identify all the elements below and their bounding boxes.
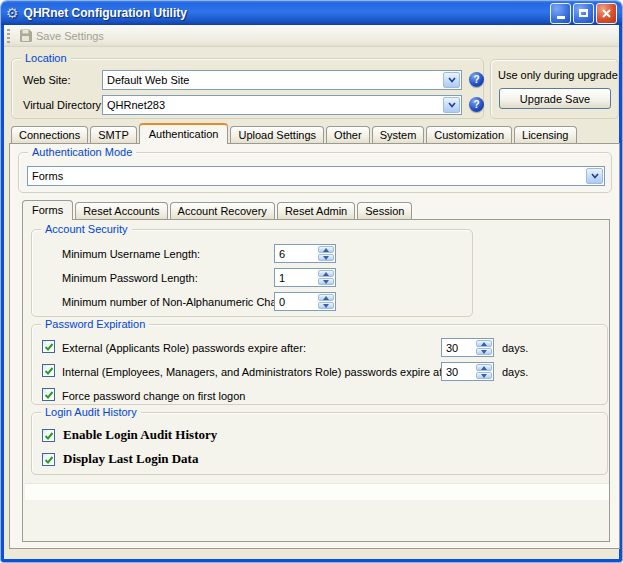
gear-icon: ⚙ (6, 6, 19, 20)
spinner-up-icon[interactable] (318, 270, 334, 277)
tab-connections[interactable]: Connections (11, 126, 88, 144)
internal-expire-suffix: days. (502, 366, 528, 378)
authentication-tab-page: Authentication Mode Forms Forms Reset Ac… (9, 143, 620, 549)
login-audit-history-group: Login Audit History Enable Login Audit H… (31, 412, 608, 475)
tab-other[interactable]: Other (326, 126, 370, 144)
virtual-directory-select[interactable]: QHRnet283 (102, 95, 462, 115)
checkmark-icon (44, 342, 54, 352)
upgrade-group: Use only during upgrade Upgrade Save (490, 59, 619, 119)
display-last-login-checkbox[interactable] (42, 453, 55, 466)
authentication-mode-group: Authentication Mode Forms (18, 152, 612, 193)
help-icon[interactable]: ? (469, 72, 484, 87)
min-non-alphanumeric-stepper[interactable]: 0 (274, 292, 336, 311)
forms-tab-page: Account Security Minimum Username Length… (22, 219, 610, 542)
tab-system[interactable]: System (372, 126, 425, 144)
min-username-length-label: Minimum Username Length: (62, 248, 200, 260)
stepper-value: 30 (442, 339, 475, 356)
upgrade-note: Use only during upgrade (498, 69, 618, 81)
chevron-down-icon[interactable] (443, 72, 460, 88)
web-site-value: Default Web Site (103, 74, 442, 86)
authentication-mode-select[interactable]: Forms (27, 166, 605, 186)
minimize-button[interactable] (550, 3, 571, 24)
toolbar: Save Settings (4, 25, 619, 47)
authentication-mode-value: Forms (28, 170, 585, 182)
spinner-down-icon[interactable] (318, 254, 334, 261)
location-group-label: Location (21, 52, 71, 64)
force-password-change-label[interactable]: Force password change on first logon (62, 390, 245, 402)
password-expiration-label: Password Expiration (41, 318, 149, 330)
help-icon[interactable]: ? (469, 97, 484, 112)
window-frame: Save Settings Location Web Site: Default… (1, 25, 622, 562)
close-button[interactable] (596, 3, 617, 24)
tab-authentication[interactable]: Authentication (139, 123, 229, 144)
subtab-forms[interactable]: Forms (22, 200, 73, 220)
spinner-down-icon[interactable] (476, 348, 492, 355)
tab-upload-settings[interactable]: Upload Settings (230, 126, 324, 144)
forms-tabstrip: Forms Reset Accounts Account Recovery Re… (22, 200, 412, 220)
chevron-down-icon[interactable] (443, 97, 460, 113)
min-username-length-stepper[interactable]: 6 (274, 244, 336, 263)
virtual-directory-label: Virtual Directory: (23, 99, 104, 111)
upgrade-save-button[interactable]: Upgrade Save (499, 88, 611, 109)
internal-expire-stepper[interactable]: 30 (441, 362, 494, 381)
spinner-up-icon[interactable] (476, 340, 492, 347)
authentication-mode-label: Authentication Mode (28, 146, 136, 158)
save-settings-button[interactable]: Save Settings (15, 27, 108, 44)
spinner-down-icon[interactable] (476, 372, 492, 379)
subtab-session[interactable]: Session (357, 202, 412, 220)
account-security-label: Account Security (41, 223, 132, 235)
spinner-down-icon[interactable] (318, 302, 334, 309)
display-last-login-label[interactable]: Display Last Login Data (63, 451, 198, 467)
chevron-down-icon[interactable] (586, 168, 603, 184)
subtab-account-recovery[interactable]: Account Recovery (170, 202, 275, 220)
subtab-reset-accounts[interactable]: Reset Accounts (75, 202, 167, 220)
checkmark-icon (44, 390, 54, 400)
force-password-change-checkbox[interactable] (42, 388, 55, 401)
stepper-value: 0 (275, 293, 317, 310)
stepper-value: 6 (275, 245, 317, 262)
stepper-value: 1 (275, 269, 317, 286)
tab-customization[interactable]: Customization (426, 126, 512, 144)
internal-expire-label[interactable]: Internal (Employees, Managers, and Admin… (62, 366, 458, 378)
checkmark-icon (44, 455, 54, 465)
tab-licensing[interactable]: Licensing (514, 126, 576, 144)
tab-smtp[interactable]: SMTP (90, 126, 137, 144)
min-password-length-label: Minimum Password Length: (62, 272, 198, 284)
web-site-select[interactable]: Default Web Site (102, 70, 462, 90)
min-password-length-stepper[interactable]: 1 (274, 268, 336, 287)
external-expire-checkbox[interactable] (42, 340, 55, 353)
empty-panel (25, 483, 609, 500)
close-icon (601, 8, 612, 19)
app-window: ⚙ QHRnet Configuration Utility Save Sett… (1, 1, 622, 562)
enable-login-audit-label[interactable]: Enable Login Audit History (63, 427, 217, 443)
spinner-up-icon[interactable] (476, 364, 492, 371)
virtual-directory-value: QHRnet283 (103, 99, 442, 111)
spinner-down-icon[interactable] (318, 278, 334, 285)
location-group: Location Web Site: Default Web Site ? Vi… (11, 58, 484, 119)
login-audit-history-label: Login Audit History (41, 406, 141, 418)
external-expire-suffix: days. (502, 342, 528, 354)
subtab-reset-admin[interactable]: Reset Admin (277, 202, 355, 220)
internal-expire-checkbox[interactable] (42, 364, 55, 377)
toolbar-grip[interactable] (7, 29, 10, 43)
stepper-value: 30 (442, 363, 475, 380)
web-site-label: Web Site: (23, 74, 71, 86)
external-expire-stepper[interactable]: 30 (441, 338, 494, 357)
minimize-icon (557, 16, 565, 19)
save-settings-label: Save Settings (36, 30, 104, 42)
window-title: QHRnet Configuration Utility (24, 6, 548, 20)
external-expire-label[interactable]: External (Applicants Role) passwords exp… (62, 342, 306, 354)
checkmark-icon (44, 431, 54, 441)
spinner-up-icon[interactable] (318, 246, 334, 253)
checkmark-icon (44, 366, 54, 376)
maximize-button[interactable] (573, 3, 594, 24)
main-tabstrip: Connections SMTP Authentication Upload S… (11, 123, 577, 144)
password-expiration-group: Password Expiration External (Applicants… (31, 324, 608, 405)
titlebar[interactable]: ⚙ QHRnet Configuration Utility (1, 1, 622, 25)
account-security-group: Account Security Minimum Username Length… (31, 229, 473, 317)
save-icon (19, 29, 32, 42)
spinner-up-icon[interactable] (318, 294, 334, 301)
enable-login-audit-checkbox[interactable] (42, 429, 55, 442)
maximize-icon (579, 9, 588, 17)
